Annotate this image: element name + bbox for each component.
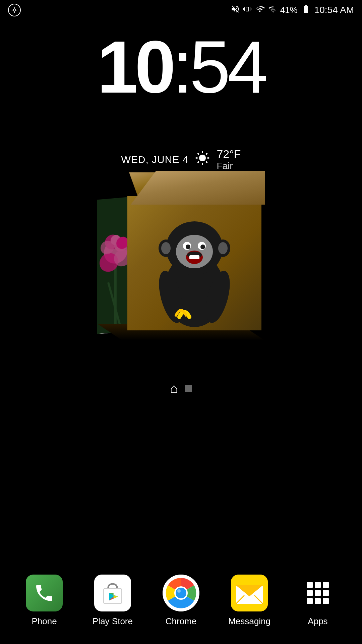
- weather-widget: WED, JUNE 4 72°F Fair: [0, 148, 362, 171]
- svg-point-53: [176, 588, 186, 598]
- clock-minutes: 54: [190, 26, 265, 108]
- status-right: 41% 10:54 AM: [231, 4, 354, 16]
- chrome-svg: [163, 575, 199, 611]
- clock-hours: 10: [97, 26, 173, 108]
- messaging-label: Messaging: [228, 616, 270, 627]
- play-store-label: Play Store: [93, 616, 133, 627]
- status-bar: 41% 10:54 AM: [0, 0, 362, 20]
- svg-point-31: [218, 242, 228, 254]
- apps-dot-1: [307, 582, 313, 588]
- location-icon: [8, 4, 21, 16]
- apps-dot-2: [315, 582, 321, 588]
- status-left: [8, 4, 21, 16]
- clock-widget: 10:54: [0, 30, 362, 104]
- page-dot-2: [185, 385, 192, 392]
- svg-point-21: [186, 245, 190, 249]
- apps-grid: [304, 579, 331, 607]
- mute-icon: [231, 4, 240, 16]
- battery-icon: [301, 4, 311, 16]
- phone-icon[interactable]: [26, 575, 63, 611]
- clock-time: 10:54: [0, 30, 362, 104]
- battery-level: 41%: [280, 5, 298, 15]
- dock-item-chrome[interactable]: Chrome: [154, 575, 208, 627]
- phone-label: Phone: [32, 616, 57, 627]
- svg-rect-25: [189, 255, 199, 259]
- svg-point-30: [161, 242, 171, 254]
- chrome-label: Chrome: [166, 616, 196, 627]
- svg-line-10: [198, 153, 199, 154]
- time-display: 10:54 AM: [314, 5, 354, 15]
- dock-item-phone[interactable]: Phone: [17, 575, 71, 627]
- dock: Phone Play Store: [0, 564, 362, 644]
- weather-date: WED, JUNE 4: [121, 154, 188, 165]
- svg-line-12: [198, 161, 199, 163]
- svg-point-5: [199, 155, 205, 161]
- home-indicator: ⌂: [170, 381, 178, 396]
- play-store-svg: [98, 578, 128, 608]
- weather-condition: Fair: [217, 161, 241, 171]
- apps-dot-9: [323, 598, 329, 604]
- play-store-icon[interactable]: [94, 575, 131, 611]
- svg-line-11: [206, 161, 207, 163]
- signal-icon: [268, 4, 277, 16]
- monkey-image: [127, 196, 261, 330]
- apps-icon[interactable]: [299, 575, 336, 611]
- messaging-icon[interactable]: [231, 575, 268, 611]
- sun-icon: [195, 151, 210, 169]
- clock-colon: :: [172, 26, 189, 108]
- svg-point-0: [13, 9, 16, 11]
- wifi-icon: [255, 4, 265, 16]
- messaging-svg: [231, 575, 268, 611]
- apps-dot-3: [323, 582, 329, 588]
- svg-point-22: [200, 245, 205, 249]
- dock-item-apps[interactable]: Apps: [291, 575, 345, 627]
- vibrate-icon: [243, 4, 251, 16]
- svg-point-54: [177, 589, 181, 593]
- dock-item-play-store[interactable]: Play Store: [86, 575, 139, 627]
- cube-widget[interactable]: [97, 171, 265, 332]
- apps-dot-7: [307, 598, 313, 604]
- weather-temperature: 72°F: [217, 148, 241, 161]
- page-indicators: ⌂: [0, 381, 362, 396]
- apps-label: Apps: [308, 616, 327, 627]
- apps-dot-6: [323, 590, 329, 596]
- cube-front-face: [127, 196, 261, 330]
- cube-3d: [97, 171, 265, 332]
- apps-dot-5: [315, 590, 321, 596]
- apps-dot-8: [315, 598, 321, 604]
- weather-info: 72°F Fair: [217, 148, 241, 171]
- dock-item-messaging[interactable]: Messaging: [223, 575, 276, 627]
- svg-line-13: [206, 153, 207, 154]
- chrome-icon[interactable]: [163, 575, 199, 611]
- apps-dot-4: [307, 590, 313, 596]
